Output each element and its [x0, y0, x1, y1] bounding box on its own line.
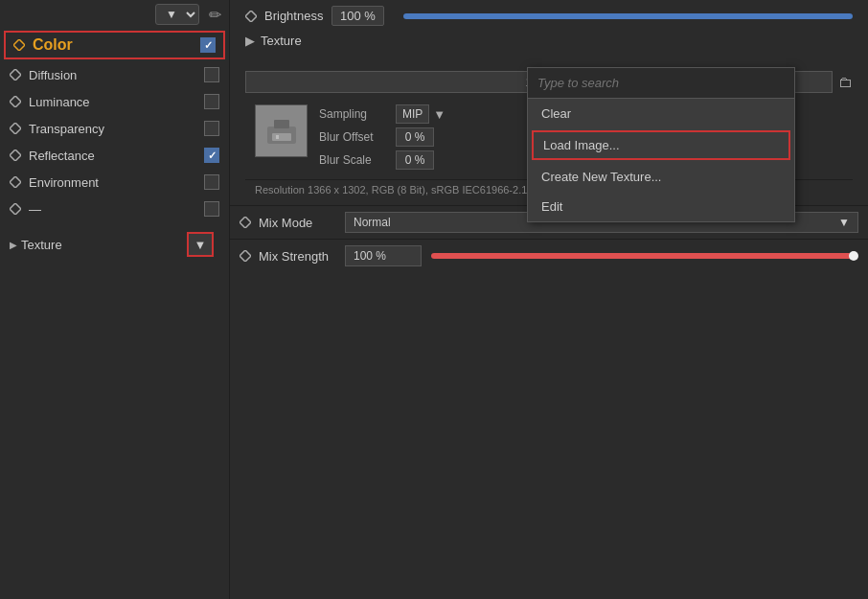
svg-marker-12 — [240, 217, 251, 228]
clear-menu-item[interactable]: Clear — [528, 99, 794, 128]
mix-strength-label: Mix Strength — [259, 249, 345, 264]
sampling-value[interactable]: MIP — [396, 104, 429, 124]
brightness-slider[interactable] — [403, 13, 853, 19]
brightness-label: Brightness — [264, 9, 331, 23]
texture-dropdown-menu: Clear Load Image... Create New Texture..… — [527, 67, 795, 222]
reflectance-checkbox[interactable] — [204, 148, 219, 163]
dash-property-row[interactable]: — — [0, 196, 229, 222]
reflectance-property-row[interactable]: Reflectance — [0, 142, 229, 169]
brightness-diamond-icon — [245, 11, 257, 22]
environment-property-row[interactable]: Environment — [0, 169, 229, 196]
transparency-diamond-icon — [10, 123, 21, 134]
resolution-label: Resolution — [255, 184, 305, 196]
mix-strength-row: Mix Strength 100 % — [230, 239, 868, 272]
right-panel: Brightness 100 % ▶ Texture Clear Load Im… — [230, 0, 868, 599]
dash-label: — — [29, 202, 204, 217]
texture-row: ▶ Texture ▼ — [0, 226, 229, 263]
environment-checkbox[interactable] — [204, 174, 219, 190]
texture-top-row: ▶ Texture — [245, 34, 853, 48]
dash-diamond-icon — [10, 203, 21, 215]
color-property-row[interactable]: Color — [4, 31, 225, 59]
mix-strength-diamond-icon — [240, 250, 251, 262]
thumbnail-image — [263, 112, 301, 150]
svg-marker-4 — [10, 150, 21, 161]
sampling-label: Sampling — [319, 107, 396, 121]
folder-icon[interactable]: 🗀 — [838, 74, 853, 90]
luminance-property-row[interactable]: Luminance — [0, 88, 229, 115]
svg-marker-0 — [13, 39, 25, 51]
diffusion-checkbox[interactable] — [204, 67, 219, 82]
mix-mode-arrow-icon: ▼ — [838, 216, 850, 229]
svg-marker-6 — [10, 203, 21, 215]
reflectance-diamond-icon — [10, 150, 21, 161]
sampling-dropdown-arrow[interactable]: ▼ — [433, 107, 445, 122]
transparency-label: Transparency — [29, 122, 204, 136]
texture-thumbnail — [255, 104, 308, 157]
blur-offset-label: Blur Offset — [319, 130, 396, 144]
right-panel-top: Brightness 100 % ▶ Texture — [230, 0, 868, 59]
luminance-checkbox[interactable] — [204, 94, 219, 109]
mix-strength-value[interactable]: 100 % — [345, 245, 422, 266]
transparency-property-row[interactable]: Transparency — [0, 115, 229, 142]
texture-search-input[interactable] — [528, 68, 794, 99]
brightness-bar-fill — [403, 13, 853, 19]
color-checkbox[interactable] — [200, 37, 216, 53]
svg-marker-1 — [10, 69, 21, 81]
top-toolbar: ▼ ✏ — [0, 0, 229, 29]
svg-rect-10 — [274, 120, 289, 128]
svg-marker-5 — [10, 176, 21, 188]
color-label: Color — [33, 36, 200, 54]
resolution-value: 1366 x 1302, RGB (8 Bit), sRGB IEC61966-… — [308, 184, 527, 196]
create-new-menu-item[interactable]: Create New Texture... — [528, 162, 794, 192]
svg-marker-3 — [10, 123, 21, 134]
brightness-row: Brightness 100 % — [245, 6, 853, 26]
dropdown-arrow-icon: ▼ — [194, 238, 207, 252]
brightness-value: 100 % — [331, 6, 384, 26]
reflectance-label: Reflectance — [29, 149, 204, 163]
load-image-menu-item[interactable]: Load Image... — [532, 130, 790, 160]
edit-menu-item[interactable]: Edit — [528, 192, 794, 221]
diffusion-label: Diffusion — [29, 68, 204, 82]
mix-strength-thumb — [849, 251, 858, 261]
texture-label: Texture — [21, 238, 179, 252]
environment-diamond-icon — [10, 176, 21, 188]
environment-label: Environment — [29, 175, 204, 190]
luminance-label: Luminance — [29, 95, 204, 109]
blur-scale-label: Blur Scale — [319, 153, 396, 167]
dash-checkbox[interactable] — [204, 201, 219, 217]
blur-scale-value[interactable]: 0 % — [396, 150, 434, 170]
texture-expand-icon: ▶ — [245, 34, 255, 48]
diffusion-diamond-icon — [10, 69, 21, 81]
texture-right-label: Texture — [261, 34, 302, 48]
texture-dropdown-button[interactable]: ▼ — [187, 232, 214, 257]
svg-rect-9 — [272, 133, 291, 141]
mix-mode-label: Mix Mode — [259, 216, 345, 230]
pen-icon[interactable]: ✏ — [209, 6, 221, 24]
mix-mode-value: Normal — [354, 216, 391, 229]
transparency-checkbox[interactable] — [204, 121, 219, 136]
mix-mode-diamond-icon — [240, 217, 251, 228]
blur-offset-value[interactable]: 0 % — [396, 127, 434, 147]
diffusion-property-row[interactable]: Diffusion — [0, 61, 229, 88]
svg-marker-13 — [240, 250, 251, 262]
toolbar-dropdown[interactable]: ▼ — [155, 4, 199, 25]
color-diamond-icon — [13, 39, 25, 51]
svg-marker-7 — [245, 11, 257, 22]
mix-strength-slider[interactable] — [431, 253, 858, 259]
mix-strength-bar-fill — [431, 253, 855, 259]
svg-rect-11 — [276, 135, 279, 139]
luminance-diamond-icon — [10, 96, 21, 107]
expand-arrow-icon: ▶ — [10, 240, 17, 250]
left-panel: ▼ ✏ Color Diffusion — [0, 0, 230, 599]
svg-marker-2 — [10, 96, 21, 107]
